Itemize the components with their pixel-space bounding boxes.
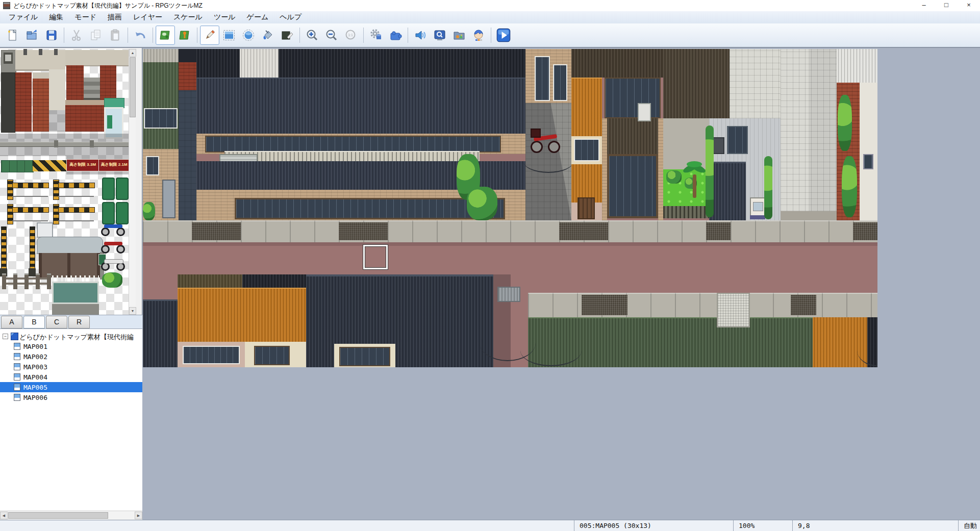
height-limit-sign-1: 高さ制限 3.3M (66, 159, 99, 171)
cut-button[interactable] (67, 26, 86, 45)
paste-icon (109, 29, 122, 42)
resource-manager-button[interactable] (449, 26, 469, 45)
character-generator-icon (472, 29, 485, 42)
palm-tree-sprite (683, 160, 706, 199)
status-bar: 005:MAP005 (30x13) 100% 9,8 自動 (0, 520, 980, 531)
actual-scale-icon: 1:1 (344, 29, 358, 42)
app-window: どらぴかドットマップ素材【現代街編】サンプル - RPGツクールMZ – □ ×… (0, 0, 980, 531)
copy-button[interactable] (86, 26, 106, 45)
white-bike-sprite (104, 259, 123, 264)
ellipse-select-icon (242, 29, 255, 42)
map-file-icon (14, 373, 20, 381)
menu-mode[interactable]: モード (69, 12, 102, 23)
palette-tabs: A B C R (0, 315, 142, 329)
tree-item-map001[interactable]: MAP001 (0, 341, 142, 351)
map-file-icon (14, 343, 20, 350)
tab-r[interactable]: R (68, 316, 90, 328)
map-editor-canvas[interactable] (142, 48, 980, 520)
tree-item-map004[interactable]: MAP004 (0, 372, 142, 382)
playtest-button[interactable] (494, 26, 513, 45)
tree-scrollbar-thumb[interactable] (8, 512, 108, 519)
status-zoom-level: 100% (733, 520, 792, 531)
tileset-palette[interactable]: 高さ制限 3.3M 高さ制限 2.1M (0, 49, 129, 315)
palette-scrollbar-thumb[interactable] (130, 57, 136, 117)
status-map-info: 005:MAP005 (30x13) (574, 520, 733, 531)
tab-b[interactable]: B (23, 316, 45, 328)
sound-test-button[interactable] (411, 26, 430, 45)
pencil-tool-button[interactable] (200, 26, 219, 45)
menu-layer[interactable]: レイヤー (128, 12, 168, 23)
play-icon (496, 28, 511, 43)
shadow-pen-tool-button[interactable] (278, 26, 297, 45)
rectangle-select-icon (222, 29, 236, 42)
new-file-button[interactable] (3, 26, 22, 45)
map-mode-button[interactable] (156, 26, 175, 45)
title-bar: どらぴかドットマップ素材【現代街編】サンプル - RPGツクールMZ – □ × (0, 0, 980, 12)
speaker-icon (414, 29, 427, 42)
map-canvas[interactable] (143, 49, 877, 367)
scroll-down-button[interactable]: ▼ (129, 307, 136, 315)
paste-button[interactable] (106, 26, 125, 45)
new-file-icon (6, 29, 19, 42)
map-tree: − どらぴかドットマップ素材【現代街編 MAP001 MAP002 MAP003 (0, 329, 142, 511)
close-button[interactable]: × (958, 0, 980, 11)
event-searcher-button[interactable] (430, 26, 449, 45)
menu-tools[interactable]: ツール (208, 12, 241, 23)
rectangle-tool-button[interactable] (219, 26, 239, 45)
undo-button[interactable] (131, 26, 150, 45)
toolbar: 1:1 (0, 23, 980, 47)
tab-a[interactable]: A (1, 316, 22, 328)
map-cursor[interactable] (363, 245, 388, 269)
database-icon (369, 29, 383, 42)
maximize-button[interactable]: □ (935, 0, 958, 11)
resource-folder-icon (453, 29, 466, 42)
tree-item-map002[interactable]: MAP002 (0, 351, 142, 362)
tree-item-map003[interactable]: MAP003 (0, 362, 142, 372)
minimize-button[interactable]: – (913, 0, 935, 11)
window-title: どらぴかドットマップ素材【現代街編】サンプル - RPGツクールMZ (13, 2, 203, 10)
scroll-left-button[interactable]: ◀ (0, 512, 8, 519)
menu-draw[interactable]: 描画 (102, 12, 128, 23)
actual-scale-button[interactable]: 1:1 (341, 26, 361, 45)
save-button[interactable] (42, 26, 61, 45)
tab-c[interactable]: C (46, 316, 67, 328)
tree-item-map006[interactable]: MAP006 (0, 392, 142, 402)
open-file-button[interactable] (22, 26, 42, 45)
menu-scale[interactable]: スケール (168, 12, 208, 23)
plugin-manager-button[interactable] (386, 26, 405, 45)
palette-scrollbar[interactable]: ▲ ▼ (129, 49, 136, 315)
svg-text:1:1: 1:1 (348, 33, 353, 37)
menu-edit[interactable]: 編集 (43, 12, 69, 23)
tree-scrollbar[interactable]: ◀ ▶ (0, 511, 142, 520)
cut-icon (70, 29, 83, 42)
main-area: 高さ制限 3.3M 高さ制限 2.1M (0, 47, 980, 520)
left-panel: 高さ制限 3.3M 高さ制限 2.1M (0, 48, 142, 520)
database-button[interactable] (366, 26, 386, 45)
scroll-up-button[interactable]: ▲ (129, 49, 136, 57)
app-icon (3, 2, 10, 9)
collapse-icon[interactable]: − (3, 334, 8, 339)
height-limit-sign-2: 高さ制限 2.1M (98, 159, 129, 171)
tree-root-label: どらぴかドットマップ素材【現代街編 (19, 333, 134, 342)
menu-file[interactable]: ファイル (3, 12, 43, 23)
zoom-out-button[interactable] (322, 26, 341, 45)
event-mode-button[interactable] (175, 26, 194, 45)
menu-help[interactable]: ヘルプ (274, 12, 307, 23)
status-mode: 自動 (958, 520, 980, 531)
event-search-icon (433, 29, 446, 42)
map-file-icon (14, 394, 20, 401)
zoom-out-icon (325, 29, 338, 42)
flood-fill-tool-button[interactable] (258, 26, 278, 45)
ellipse-tool-button[interactable] (239, 26, 258, 45)
character-generator-button[interactable] (469, 26, 488, 45)
menu-bar: ファイル 編集 モード 描画 レイヤー スケール ツール ゲーム ヘルプ (0, 11, 980, 23)
plugin-icon (389, 29, 402, 42)
map-file-icon (14, 384, 20, 391)
menu-game[interactable]: ゲーム (241, 12, 274, 23)
pencil-icon (203, 29, 216, 42)
tree-item-map005[interactable]: MAP005 (0, 382, 142, 392)
zoom-in-button[interactable] (303, 26, 322, 45)
zoom-in-icon (306, 29, 319, 42)
scroll-right-button[interactable]: ▶ (135, 512, 142, 519)
tree-root-row[interactable]: − どらぴかドットマップ素材【現代街編 (0, 331, 142, 341)
